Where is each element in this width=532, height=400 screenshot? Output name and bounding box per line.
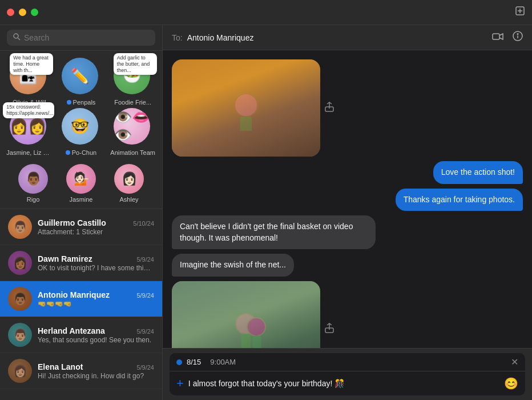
compose-add-button[interactable]: + (176, 376, 184, 391)
conv-content-dawn: Dawn Ramirez 5/9/24 OK to visit tonight?… (38, 254, 154, 272)
chat-header: To: Antonio Manriquez (163, 25, 532, 50)
msg-bubble-cant-believe: Can't believe I didn't get the final bas… (172, 215, 376, 249)
contact-jasmine[interactable]: 💁🏻 Jasmine (66, 164, 96, 203)
pinned-label-animation-team: Animation Team (110, 149, 155, 156)
conv-item-guillermo[interactable]: 👨🏽 Guillermo Castillo 5/10/24 Attachment… (0, 209, 162, 245)
conv-content-antonio: Antonio Manriquez 5/9/24 🤜🤜🤜🤜 (38, 290, 154, 308)
search-icon (13, 33, 21, 43)
msg-row-image2 (172, 281, 523, 348)
search-bar (0, 25, 162, 51)
msg-row-love-shot: Love the action shot! (172, 161, 523, 184)
msg-image-2 (172, 281, 320, 348)
compose-input[interactable] (188, 379, 499, 388)
avatar-ashley: 👩🏻 (114, 164, 144, 194)
close-button[interactable] (7, 9, 14, 16)
pinned-label-pochun: Po-Chun (72, 149, 96, 156)
video-call-button[interactable] (492, 31, 503, 44)
search-input[interactable] (24, 33, 150, 42)
avatar-rigo: 👨🏾 (18, 164, 48, 194)
avatar-animation-team: 👁️👄👁️ (114, 108, 150, 145)
bubble-preview-olivia: We had a great time. Home with th... (10, 53, 53, 75)
pinned-contacts-grid: 👩‍👧 We had a great time. Home with th...… (0, 51, 162, 161)
conv-date-herland: 5/9/24 (136, 328, 154, 335)
conv-name-herland: Herland Antezana (38, 326, 105, 335)
compose-dot (176, 359, 182, 365)
conv-preview-herland: Yes, that sounds good! See you then. (38, 336, 154, 344)
pinned-item-olivia-will[interactable]: 👩‍👧 We had a great time. Home with th...… (5, 58, 54, 106)
contact-ashley[interactable]: 👩🏻 Ashley (114, 164, 144, 203)
msg-row-cant-believe: Can't believe I didn't get the final bas… (172, 215, 523, 249)
pinned-label-penpals: Penpals (73, 99, 96, 106)
msg-bubble-thanks: Thanks again for taking photos. (396, 189, 523, 211)
msg-row-swish: Imagine the swish of the net... (172, 254, 523, 277)
compose-bottom-bar: + 😊 (170, 371, 525, 395)
contact-label-ashley: Ashley (119, 196, 138, 203)
avatar-antonio: 👨🏾 (8, 287, 32, 311)
conv-preview-dawn: OK to visit tonight? I have some things … (38, 264, 154, 272)
info-button[interactable] (513, 31, 523, 44)
conv-date-guillermo: 5/10/24 (133, 220, 154, 227)
minimize-button[interactable] (19, 9, 26, 16)
emoji-picker-icon: 😊 (504, 377, 518, 390)
compose-emoji-button[interactable]: 😊 (504, 377, 518, 390)
msg-bubble-swish: Imagine the swish of the net... (172, 254, 294, 277)
msg-bubble-love-shot: Love the action shot! (433, 161, 523, 184)
conv-item-herland[interactable]: 👨🏽 Herland Antezana 5/9/24 Yes, that sou… (0, 317, 162, 353)
svg-point-3 (14, 34, 18, 38)
conv-name-antonio: Antonio Manriquez (38, 290, 110, 299)
svg-rect-14 (241, 334, 251, 348)
conv-preview-guillermo: Attachment: 1 Sticker (38, 228, 154, 236)
avatar-penpals: ✏️ (62, 58, 98, 94)
conv-name-guillermo: Guillermo Castillo (38, 218, 106, 227)
svg-point-8 (517, 34, 518, 35)
share-button-2[interactable] (325, 323, 334, 336)
msg-image-wrap-1 (172, 59, 334, 157)
messages-scroll[interactable]: Love the action shot! Thanks again for t… (163, 50, 532, 348)
svg-rect-11 (240, 117, 252, 131)
msg-row-image1 (172, 59, 523, 157)
compose-date: 8/15 (187, 358, 201, 366)
pinned-item-pochun[interactable]: 🤓 Po-Chun (57, 108, 106, 156)
pinned-item-animation-team[interactable]: 👁️👄👁️ Animation Team (108, 108, 158, 156)
avatar-guillermo: 👨🏽 (8, 215, 32, 239)
pinned-label-foodie: Foodie Frie... (114, 99, 151, 106)
svg-rect-5 (493, 34, 499, 39)
maximize-button[interactable] (31, 9, 38, 16)
share-button-1[interactable] (325, 102, 334, 115)
window-controls (7, 9, 38, 16)
compose-time: 9:00AM (210, 358, 236, 366)
chat-to-label: To: (172, 33, 183, 42)
compose-area: 8/15 9:00AM ✕ + 😊 (163, 348, 532, 400)
contact-rigo[interactable]: 👨🏾 Rigo (18, 164, 48, 203)
pinned-label-jasmine-liz: Jasmine, Liz &... (6, 149, 52, 156)
msg-row-thanks: Thanks again for taking photos. (172, 189, 523, 211)
pinned-item-jasmine-liz[interactable]: 👩‍👩 15x crossword: https://apple.news/..… (5, 108, 54, 156)
pinned-item-penpals[interactable]: ✏️ Penpals (57, 58, 106, 106)
msg-image-1 (172, 59, 320, 157)
compose-clear-button[interactable]: ✕ (511, 357, 518, 367)
sidebar: 👩‍👧 We had a great time. Home with th...… (0, 25, 163, 400)
contact-label-rigo: Rigo (27, 196, 40, 203)
unread-dot-pochun (66, 150, 70, 155)
compose-button[interactable] (515, 6, 525, 19)
msg-image-wrap-2 (172, 281, 334, 348)
conv-item-elena[interactable]: 👩🏽 Elena Lanot 5/9/24 Hi! Just checking … (0, 353, 162, 389)
pinned-item-foodie[interactable]: 🥗 Add garlic to the butter, and then... … (108, 58, 158, 106)
svg-rect-16 (253, 336, 261, 348)
conv-date-elena: 5/9/24 (136, 364, 154, 371)
conv-date-antonio: 5/9/24 (136, 292, 154, 299)
conv-item-antonio[interactable]: 👨🏾 Antonio Manriquez 5/9/24 🤜🤜🤜🤜 (0, 281, 162, 317)
svg-point-15 (247, 318, 265, 336)
conversation-list: 👨🏽 Guillermo Castillo 5/10/24 Attachment… (0, 209, 162, 400)
conv-preview-antonio: 🤜🤜🤜🤜 (38, 300, 154, 308)
conv-item-dawn[interactable]: 👩🏾 Dawn Ramirez 5/9/24 OK to visit tonig… (0, 245, 162, 281)
conv-content-herland: Herland Antezana 5/9/24 Yes, that sounds… (38, 326, 154, 344)
avatar-elena: 👩🏽 (8, 359, 32, 383)
search-input-wrap[interactable] (7, 30, 155, 46)
avatar-herland: 👨🏽 (8, 323, 32, 347)
bubble-preview-foodie: Add garlic to the butter, and then... (114, 53, 157, 75)
conv-content-guillermo: Guillermo Castillo 5/10/24 Attachment: 1… (38, 218, 154, 236)
conv-name-dawn: Dawn Ramirez (38, 254, 92, 263)
main-layout: 👩‍👧 We had a great time. Home with th...… (0, 25, 532, 400)
conv-date-dawn: 5/9/24 (136, 256, 154, 263)
